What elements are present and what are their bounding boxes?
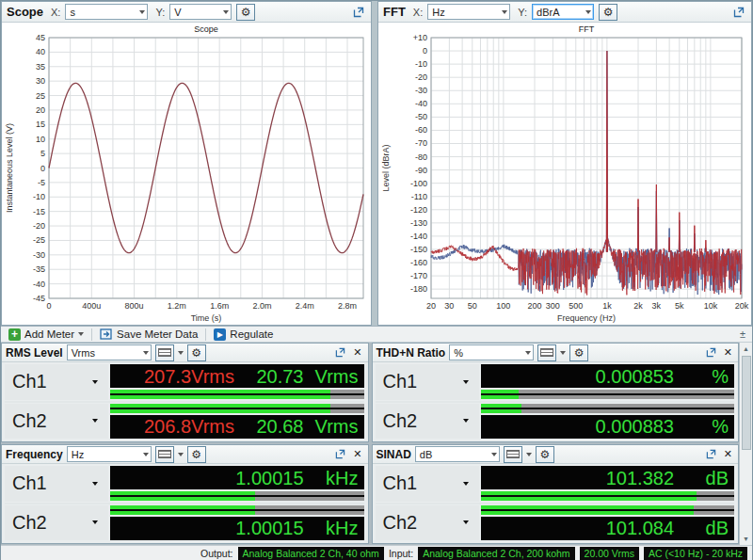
fft-x-units-select[interactable]: Hz [427, 4, 510, 20]
fft-panel-header: FFT X: Hz Y: dBrA ⚙ [378, 2, 751, 23]
thdn-ch1-unit: % [674, 367, 729, 386]
sinad-ch2-row: Ch2 101.084 dB [376, 505, 735, 541]
meter-area: RMS Level Vrms ⚙ ✕ Ch1 207.3Vrms [1, 343, 752, 545]
meter-panel-thdn-ratio: THD+N Ratio % ⚙ ✕ Ch1 0.000853 [372, 343, 740, 442]
thdn-ch1-row: Ch1 0.000853 % [376, 364, 735, 400]
svg-text:-100: -100 [410, 179, 427, 188]
level-bar [481, 404, 735, 413]
add-meter-button[interactable]: + Add Meter [4, 327, 88, 342]
thdn-display-mode-button[interactable] [537, 344, 556, 361]
scroll-up-icon[interactable]: ▲ [740, 343, 752, 355]
thdn-ch2-selector[interactable]: Ch2 [376, 404, 479, 440]
svg-text:-80: -80 [415, 152, 427, 162]
chevron-down-icon [526, 453, 532, 456]
fft-popout-button[interactable] [731, 7, 746, 18]
rms-popout-button[interactable] [333, 347, 347, 358]
dock-pin-icon[interactable]: ± [736, 328, 749, 340]
svg-text:-160: -160 [410, 258, 427, 267]
svg-text:Level (dBrA): Level (dBrA) [381, 144, 391, 191]
fft-y-label: Y: [518, 7, 527, 18]
svg-text:-90: -90 [415, 166, 427, 175]
thdn-settings-button[interactable]: ⚙ [569, 344, 588, 361]
regulate-button[interactable]: ▶ Regulate [209, 327, 278, 342]
svg-text:-30: -30 [415, 86, 427, 95]
scope-chart[interactable]: Scope-45-40-35-30-25-20-15-10-5051015202… [2, 23, 371, 325]
scope-panel: Scope X: s Y: V ⚙ Scope-45-40-35-30-25-2… [1, 1, 372, 326]
svg-text:-40: -40 [415, 99, 427, 108]
meter-scrollbar[interactable]: ▲ ▼ [739, 343, 752, 545]
meter-display-icon [158, 450, 171, 458]
svg-text:300: 300 [546, 301, 560, 311]
input-bandwidth-badge[interactable]: AC (<10 Hz) - 20 kHz [644, 547, 747, 560]
fft-settings-button[interactable]: ⚙ [599, 4, 617, 21]
scope-x-units-value: s [70, 7, 75, 18]
scroll-down-icon[interactable]: ▼ [740, 533, 752, 545]
level-bar-fill [481, 505, 694, 515]
thdn-ch1-display: 0.000853 % [481, 364, 735, 388]
svg-text:-10: -10 [33, 192, 45, 201]
svg-text:-40: -40 [33, 280, 45, 289]
frequency-ch1-selector[interactable]: Ch1 [5, 466, 108, 502]
frequency-ch2-display: 1.00015 kHz [110, 517, 364, 540]
frequency-popout-button[interactable] [333, 449, 347, 459]
thdn-popout-button[interactable] [704, 347, 718, 358]
scope-y-units-select[interactable]: V [169, 4, 232, 20]
save-meter-data-button[interactable]: Save Meter Data [95, 327, 202, 342]
meter-panel-rms-level: RMS Level Vrms ⚙ ✕ Ch1 207.3Vrms [1, 343, 369, 442]
sinad-ch1-selector[interactable]: Ch1 [376, 466, 479, 502]
rms-ch1-unit: Vrms [304, 367, 359, 386]
rms-settings-button[interactable]: ⚙ [187, 344, 206, 361]
sinad-unit-select[interactable]: dB [415, 446, 500, 462]
sinad-ch2-selector[interactable]: Ch2 [376, 505, 479, 541]
svg-text:0: 0 [423, 46, 427, 56]
channel-label: Ch1 [12, 472, 47, 494]
meter-panel-sinad: SINAD dB ⚙ ✕ Ch1 101.382 [372, 444, 740, 544]
thdn-unit-select[interactable]: % [449, 344, 534, 360]
rms-ch1-stack: 207.3Vrms 20.73 Vrms [110, 364, 364, 400]
rms-ch2-selector[interactable]: Ch2 [5, 404, 108, 440]
popout-icon [335, 347, 345, 358]
svg-text:3k: 3k [652, 301, 662, 311]
svg-text:10k: 10k [704, 301, 718, 311]
svg-text:Instantaneous Level (V): Instantaneous Level (V) [5, 123, 14, 213]
input-config-badge[interactable]: Analog Balanced 2 Ch, 200 kohm [418, 547, 574, 560]
chevron-down-icon [92, 482, 98, 486]
frequency-settings-button[interactable]: ⚙ [187, 446, 206, 463]
frequency-ch2-selector[interactable]: Ch2 [5, 505, 108, 541]
scope-settings-button[interactable]: ⚙ [236, 4, 255, 21]
fft-chart[interactable]: FFT-180-170-160-150-140-130-120-110-100-… [378, 23, 751, 325]
input-range-badge[interactable]: 20.00 Vrms [580, 547, 639, 560]
frequency-close-button[interactable]: ✕ [351, 448, 363, 460]
svg-text:0: 0 [46, 301, 51, 311]
fft-y-units-select[interactable]: dBrA [532, 4, 594, 20]
rms-close-button[interactable]: ✕ [351, 346, 363, 359]
frequency-display-mode-button[interactable] [155, 446, 174, 463]
svg-text:2.0m: 2.0m [252, 301, 271, 311]
rms-unit-select[interactable]: Vrms [67, 344, 152, 360]
rms-ch1-selector[interactable]: Ch1 [5, 364, 108, 400]
regulate-label: Regulate [230, 328, 273, 340]
svg-text:800u: 800u [125, 301, 144, 311]
frequency-unit-select[interactable]: Hz [67, 446, 152, 462]
thdn-close-button[interactable]: ✕ [722, 346, 734, 359]
rms-display-mode-button[interactable] [155, 344, 174, 361]
svg-text:35: 35 [36, 62, 45, 72]
sinad-popout-button[interactable] [704, 449, 718, 459]
channel-label: Ch2 [12, 410, 47, 432]
svg-text:-180: -180 [410, 284, 427, 294]
sinad-settings-button[interactable]: ⚙ [536, 446, 554, 463]
play-icon: ▶ [214, 328, 226, 341]
thdn-title: THD+N Ratio [376, 346, 446, 360]
scrollbar-thumb[interactable] [742, 356, 751, 450]
svg-text:400u: 400u [82, 301, 101, 311]
meter-toolbar: + Add Meter Save Meter Data ▶ Regulate ± [1, 326, 752, 343]
svg-text:Scope: Scope [194, 24, 218, 34]
output-config-badge[interactable]: Analog Balanced 2 Ch, 40 ohm [238, 547, 384, 560]
thdn-ch1-selector[interactable]: Ch1 [376, 364, 479, 400]
sinad-display-mode-button[interactable] [504, 446, 522, 463]
sinad-body: Ch1 101.382 dB Ch2 [373, 464, 739, 543]
scope-popout-button[interactable] [351, 7, 366, 18]
svg-text:Time (s): Time (s) [191, 313, 222, 323]
sinad-close-button[interactable]: ✕ [722, 448, 734, 460]
scope-x-units-select[interactable]: s [65, 4, 148, 20]
